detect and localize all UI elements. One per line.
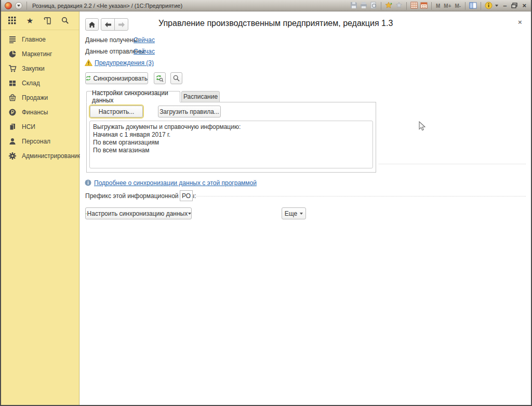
- close-window-button[interactable]: ×: [520, 1, 528, 11]
- sidebar-item-sklad[interactable]: Склад: [1, 76, 79, 90]
- memory-m-button[interactable]: M: [435, 3, 441, 9]
- tab-schedule[interactable]: Расписание: [181, 91, 220, 102]
- dotted-separator: [379, 164, 526, 164]
- print-preview-icon[interactable]: [370, 2, 377, 10]
- books-icon: [8, 123, 17, 131]
- page-title: Управление производственным предприятием…: [158, 19, 393, 28]
- favorites-star-icon[interactable]: ★: [25, 16, 34, 25]
- sync-icon: [86, 75, 91, 82]
- magnifier-icon: [173, 75, 180, 82]
- sidebar-item-personal[interactable]: Персонал: [1, 134, 79, 149]
- chevron-down-icon: [188, 213, 191, 215]
- warning-icon: [85, 59, 92, 68]
- app-logo-icon: [5, 2, 12, 9]
- sidebar-item-zakupki[interactable]: Закупки: [1, 61, 79, 76]
- app-window: Розница, редакция 2.2 / <Не указан> / (1…: [0, 0, 532, 406]
- data-received-link[interactable]: Сейчас: [134, 36, 155, 44]
- divider: [406, 2, 407, 10]
- memory-m-minus-button[interactable]: M-: [455, 3, 462, 9]
- search-icon[interactable]: [61, 16, 70, 25]
- divider: [465, 2, 466, 10]
- add-favorite-icon[interactable]: [385, 2, 393, 10]
- load-rules-button[interactable]: Загрузить правила...: [158, 106, 221, 117]
- cart-icon: [8, 64, 17, 73]
- divider: [481, 2, 481, 10]
- divider: [431, 2, 432, 10]
- titlebar: Розница, редакция 2.2 / <Не указан> / (1…: [1, 0, 531, 11]
- sync-search-icon: [156, 75, 164, 82]
- more-button[interactable]: Еще: [282, 207, 306, 219]
- sidebar: ★ Главное Маркетинг Закупки: [1, 11, 79, 405]
- gear-icon: [8, 152, 17, 160]
- synchronize-button[interactable]: Синхронизировать: [85, 72, 148, 84]
- divider: [381, 2, 381, 10]
- chevron-down-icon[interactable]: [495, 5, 498, 7]
- arrow-right-icon: [118, 22, 125, 28]
- more-button-label: Еще: [285, 210, 297, 217]
- calculator-icon[interactable]: [410, 2, 418, 10]
- info-icon[interactable]: [485, 2, 493, 10]
- mouse-cursor: [419, 121, 425, 133]
- add-plus-icon: [86, 210, 87, 217]
- info-circle-icon: [85, 179, 91, 188]
- menu-grid-icon[interactable]: [8, 16, 17, 25]
- prefix-field[interactable]: РО: [180, 190, 193, 201]
- history-icon[interactable]: [43, 16, 52, 25]
- back-button[interactable]: [101, 18, 115, 31]
- home-icon: [88, 21, 96, 28]
- chevron-down-icon: [300, 213, 303, 215]
- sidebar-item-glavnoe[interactable]: Главное: [1, 32, 79, 47]
- dotted-separator: [196, 196, 526, 197]
- save-icon[interactable]: [350, 2, 357, 10]
- calendar-icon[interactable]: [420, 2, 428, 10]
- sync-settings-text: Выгружать документы и справочную информа…: [89, 121, 373, 168]
- divider: [26, 2, 27, 10]
- pie-chart-icon: [8, 50, 17, 58]
- sidebar-item-finansy[interactable]: Финансы: [1, 105, 79, 120]
- search-events-button[interactable]: [170, 72, 182, 84]
- restore-button[interactable]: [511, 3, 517, 9]
- sidebar-sections: Главное Маркетинг Закупки Склад Продажи …: [1, 30, 79, 163]
- close-form-button[interactable]: ×: [518, 18, 522, 26]
- setup-sync-button[interactable]: Настроить синхронизацию данных: [85, 207, 192, 219]
- chevron-down-icon: [17, 5, 20, 7]
- sync-scenario-button[interactable]: [154, 72, 166, 84]
- sidebar-toolbar: ★: [1, 11, 79, 30]
- data-sent-link[interactable]: Сейчас: [134, 48, 155, 55]
- main-menu-icon: [8, 35, 17, 44]
- sidebar-item-nsi[interactable]: НСИ: [1, 120, 79, 134]
- sync-settings-panel: Настроить... Загрузить правила... Выгруж…: [86, 102, 376, 173]
- configure-button[interactable]: Настроить...: [90, 106, 143, 117]
- warehouse-grid-icon: [8, 79, 17, 87]
- setup-sync-button-label: Настроить синхронизацию данных: [87, 210, 188, 217]
- warnings-link[interactable]: Предупреждения (3): [95, 59, 154, 67]
- arrow-left-icon: [104, 22, 112, 28]
- cash-register-icon: [8, 94, 17, 102]
- memory-m-plus-button[interactable]: M+: [443, 3, 451, 9]
- sidebar-item-marketing[interactable]: Маркетинг: [1, 47, 79, 61]
- home-button[interactable]: [85, 18, 99, 31]
- sidebar-item-prodazhi[interactable]: Продажи: [1, 90, 79, 105]
- print-icon[interactable]: [360, 2, 367, 10]
- minimize-button[interactable]: –: [501, 1, 509, 11]
- favorites-icon[interactable]: [395, 2, 403, 10]
- data-received-label: Данные получены:: [85, 36, 139, 44]
- split-window-icon[interactable]: [469, 2, 477, 10]
- sidebar-item-administrirovanie[interactable]: Администрирование: [1, 149, 79, 163]
- person-icon: [8, 137, 17, 146]
- ruble-circle-icon: [8, 108, 17, 116]
- system-menu-button[interactable]: [15, 2, 22, 9]
- synchronize-button-label: Синхронизировать: [93, 75, 148, 82]
- forward-button[interactable]: [114, 18, 128, 31]
- main-panel: Управление производственным предприятием…: [80, 11, 531, 405]
- sync-details-link[interactable]: Подробнее о синхронизации данных с этой …: [94, 179, 257, 187]
- tab-sync-settings[interactable]: Настройки синхронизации данных: [86, 91, 180, 102]
- window-title: Розница, редакция 2.2 / <Не указан> / (1…: [32, 3, 182, 9]
